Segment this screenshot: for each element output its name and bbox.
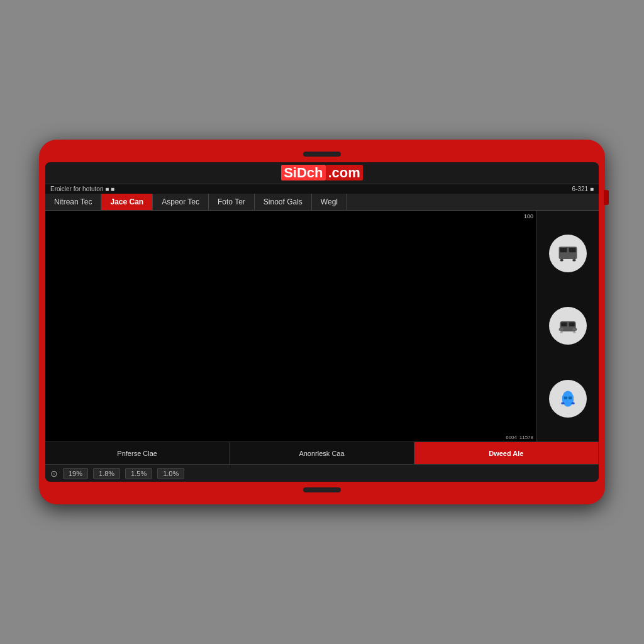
- device-screen: SiDch.com Eroicler for hotuton ■ ■ 6-321…: [45, 162, 599, 482]
- subbar-left: Eroicler for hotuton ■ ■: [50, 186, 114, 192]
- dweed-button[interactable]: Dweed Ale: [414, 442, 599, 464]
- main-content: 100 6004 11578: [45, 211, 599, 441]
- bottom-notch: [303, 487, 341, 492]
- anonrlesk-button[interactable]: Anonrlesk Caa: [230, 442, 414, 464]
- car-top-icon: [557, 387, 579, 410]
- tab-wegl[interactable]: Wegl: [312, 194, 347, 210]
- tab-aspeor[interactable]: Aspeor Tec: [153, 194, 209, 210]
- bottom-bar-device: [45, 484, 599, 496]
- bottom-bar: Pnferse Clae Anonrlesk Caa Dweed Ale: [45, 441, 599, 464]
- brand-highlight: .com: [326, 165, 363, 180]
- car-front-icon: [557, 314, 579, 337]
- stat-2: 1.8%: [93, 468, 120, 479]
- svg-rect-7: [569, 323, 574, 326]
- top-notch: [303, 152, 341, 157]
- car-front-button[interactable]: [549, 307, 587, 345]
- tab-foto[interactable]: Foto Ter: [209, 194, 255, 210]
- stats-icon: ⊙: [50, 469, 58, 479]
- svg-rect-3: [560, 259, 563, 262]
- tab-sinoof[interactable]: Sinoof Gals: [255, 194, 312, 210]
- bus-icon: [557, 242, 579, 265]
- pnferse-button[interactable]: Pnferse Clae: [45, 442, 230, 464]
- svg-rect-8: [558, 328, 563, 331]
- svg-rect-16: [561, 402, 564, 405]
- svg-rect-14: [564, 397, 567, 400]
- brand-plain: SiDch: [281, 165, 325, 180]
- screen-subbar: Eroicler for hotuton ■ ■ 6-321 ■: [45, 184, 599, 194]
- svg-rect-10: [560, 331, 563, 333]
- stat-3: 1.5%: [125, 468, 152, 479]
- stat-1: 19%: [63, 468, 88, 479]
- svg-rect-17: [571, 402, 574, 405]
- chart-bottom-mid: 6004: [506, 435, 517, 440]
- chart-bottom-right: 11578: [519, 435, 533, 440]
- svg-rect-1: [560, 248, 567, 252]
- chart-area: 100 6004 11578: [45, 211, 536, 441]
- svg-rect-4: [572, 259, 575, 262]
- top-bar: [45, 148, 599, 160]
- svg-rect-6: [561, 323, 567, 326]
- svg-rect-15: [568, 397, 571, 400]
- side-button[interactable]: [604, 190, 609, 205]
- bus-button[interactable]: [549, 235, 587, 272]
- side-panel: [536, 211, 599, 441]
- subbar-right: 6-321 ■: [572, 186, 594, 192]
- tab-jace[interactable]: Jace Can: [101, 194, 153, 210]
- svg-rect-9: [572, 328, 577, 331]
- brand-title: SiDch.com: [281, 165, 363, 181]
- tab-nitrean[interactable]: Nitrean Tec: [45, 194, 101, 210]
- device-frame: SiDch.com Eroicler for hotuton ■ ■ 6-321…: [39, 140, 605, 504]
- svg-rect-11: [573, 331, 576, 333]
- stat-4: 1.0%: [157, 468, 184, 479]
- svg-rect-2: [569, 248, 575, 252]
- stats-bar: ⊙ 19% 1.8% 1.5% 1.0%: [45, 464, 599, 482]
- chart-canvas: [45, 211, 536, 441]
- screen-header: SiDch.com: [45, 162, 599, 184]
- tab-bar: Nitrean Tec Jace Can Aspeor Tec Foto Ter…: [45, 194, 599, 211]
- car-top-button[interactable]: [549, 380, 587, 418]
- chart-y-max: 100: [524, 213, 533, 219]
